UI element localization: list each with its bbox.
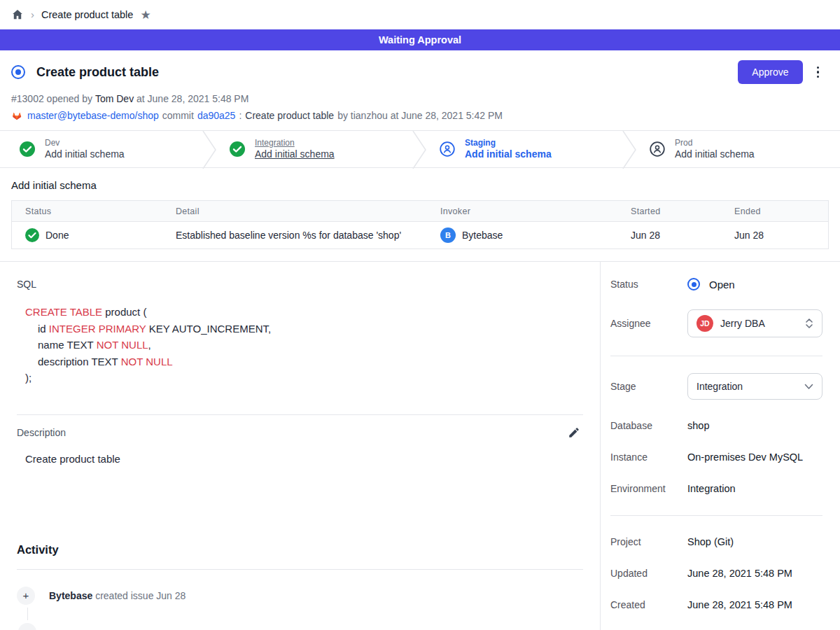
updated-label: Updated — [610, 568, 687, 579]
pipeline-stages: Dev Add initial schema Integration Add i… — [0, 130, 840, 168]
assignee-label: Assignee — [610, 318, 687, 329]
project-value: Shop (Git) — [687, 536, 734, 547]
stage-done-icon — [20, 141, 35, 157]
activity-item: + Bytebase created issue Jun 28 — [17, 587, 583, 605]
created-value: June 28, 2021 5:48 PM — [687, 599, 792, 610]
task-section-title: Add initial schema — [11, 179, 829, 191]
issue-id-opened-by: #13002 opened by — [11, 93, 92, 104]
commit-word: commit — [162, 110, 194, 121]
issue-sidebar: Status Open Assignee JD Jerry DBA — [601, 262, 840, 630]
sql-line: CREATE TABLE product ( — [25, 304, 583, 321]
content-split: SQL CREATE TABLE product ( id INTEGER PR… — [0, 261, 840, 630]
home-icon[interactable] — [11, 8, 24, 21]
instance-row: Instance On-premises Dev MySQL — [610, 451, 822, 463]
instance-value: On-premises Dev MySQL — [687, 451, 803, 463]
stage-row: Stage Integration — [610, 373, 822, 400]
project-row: Project Shop (Git) — [610, 536, 822, 547]
commit-message: Create product table — [245, 110, 334, 121]
stage-env-name: Prod — [675, 138, 755, 148]
stage-value: Integration — [696, 381, 797, 392]
col-ended: Ended — [734, 206, 828, 216]
col-status: Status — [12, 206, 176, 216]
issue-open-icon — [11, 65, 25, 79]
activity-action: created issue Jun 28 — [95, 590, 186, 601]
assignee-value: Jerry DBA — [720, 318, 798, 329]
task-ended: Jun 28 — [734, 230, 828, 241]
commit-hash-link[interactable]: da90a25 — [197, 110, 236, 121]
database-label: Database — [610, 420, 687, 431]
stage-staging[interactable]: Staging Add initial schema — [420, 131, 630, 167]
status-banner-text: Waiting Approval — [379, 34, 461, 46]
updated-value: June 28, 2021 5:48 PM — [687, 568, 792, 579]
activity-section: Activity + Bytebase created issue Jun 28 — [17, 543, 583, 605]
chevron-right-icon: › — [31, 8, 34, 20]
up-down-chevron-icon — [805, 318, 813, 329]
stage-prod[interactable]: Prod Add initial schema — [630, 131, 840, 167]
stage-pending-person-icon — [440, 141, 455, 157]
stage-dev[interactable]: Dev Add initial schema — [0, 131, 210, 167]
next-activity-icon — [18, 623, 36, 630]
col-started: Started — [631, 206, 734, 216]
issue-author: Tom Dev — [95, 93, 134, 104]
created-label: Created — [610, 599, 687, 610]
description-body[interactable]: Create product table — [17, 453, 583, 465]
status-value: Open — [709, 279, 735, 290]
stage-env-name: Staging — [465, 138, 552, 148]
col-detail: Detail — [176, 206, 440, 216]
sql-line: description TEXT NOT NULL — [25, 354, 583, 370]
description-label: Description — [17, 427, 66, 438]
stage-env-name: Integration — [255, 138, 335, 148]
updated-row: Updated June 28, 2021 5:48 PM — [610, 568, 822, 579]
stage-task-name: Add initial schema — [465, 148, 552, 161]
issue-header: Create product table Approve #13002 open… — [0, 50, 840, 130]
activity-title: Activity — [17, 543, 583, 556]
stage-task-name: Add initial schema — [255, 148, 335, 161]
breadcrumb: › Create product table ★ — [0, 0, 840, 29]
task-row[interactable]: Done Established baseline version %s for… — [12, 222, 828, 248]
more-options-icon[interactable] — [814, 64, 822, 81]
activity-actor: Bytebase — [49, 590, 92, 601]
task-table: Status Detail Invoker Started Ended Done… — [11, 200, 829, 249]
favorite-star-icon[interactable]: ★ — [140, 8, 150, 22]
task-section: Add initial schema Status Detail Invoker… — [0, 168, 840, 249]
issue-meta: #13002 opened by Tom Dev at June 28, 202… — [11, 93, 822, 104]
activity-divider — [17, 569, 583, 570]
commit-author-time: by tianzhou at June 28, 2021 5:42 PM — [337, 110, 503, 121]
chevron-down-icon — [804, 384, 813, 390]
sql-line: name TEXT NOT NULL, — [25, 337, 583, 354]
sql-line: id INTEGER PRIMARY KEY AUTO_INCREMENT, — [25, 321, 583, 337]
stage-label: Stage — [610, 381, 687, 392]
sidebar-divider — [610, 515, 822, 516]
col-invoker: Invoker — [440, 206, 631, 216]
task-done-icon — [25, 228, 39, 242]
stage-task-name: Add initial schema — [45, 148, 125, 161]
commit-info: master@bytebase-demo/shop commit da90a25… — [11, 110, 822, 130]
sidebar-divider — [610, 356, 822, 356]
issue-opened-time: at June 28, 2021 5:48 PM — [136, 93, 248, 104]
sql-line: ); — [25, 370, 583, 386]
created-row: Created June 28, 2021 5:48 PM — [610, 599, 822, 610]
environment-row: Environment Integration — [610, 483, 822, 494]
status-open-icon — [687, 278, 700, 290]
stage-select[interactable]: Integration — [687, 373, 822, 400]
task-status: Done — [46, 230, 69, 241]
assignee-select[interactable]: JD Jerry DBA — [687, 309, 822, 337]
status-banner: Waiting Approval — [0, 29, 840, 50]
activity-connector — [27, 608, 28, 620]
approve-button[interactable]: Approve — [738, 60, 802, 84]
edit-pencil-icon[interactable] — [568, 426, 580, 439]
task-table-header: Status Detail Invoker Started Ended — [12, 201, 828, 222]
section-divider — [17, 414, 583, 415]
commit-branch-link[interactable]: master@bytebase-demo/shop — [27, 110, 159, 121]
task-invoker: Bytebase — [462, 230, 503, 241]
plus-icon: + — [17, 587, 35, 605]
database-row: Database shop — [610, 420, 822, 431]
stage-integration[interactable]: Integration Add initial schema — [210, 131, 420, 167]
main-panel: SQL CREATE TABLE product ( id INTEGER PR… — [0, 262, 601, 630]
stage-task-name: Add initial schema — [675, 148, 755, 161]
breadcrumb-page-title[interactable]: Create product table — [41, 9, 133, 20]
commit-separator: : — [239, 110, 241, 121]
database-value: shop — [687, 420, 709, 431]
assignee-row: Assignee JD Jerry DBA — [610, 309, 822, 337]
issue-title: Create product table — [36, 65, 738, 80]
